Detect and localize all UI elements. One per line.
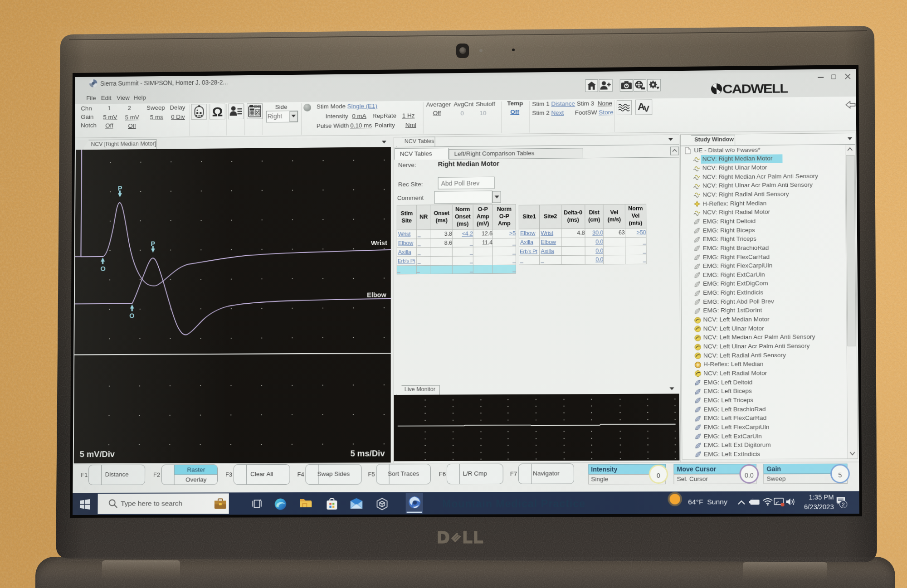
svg-text:Wrist: Wrist <box>371 239 387 247</box>
svg-text:O: O <box>101 265 106 272</box>
svg-text:Elbow: Elbow <box>367 291 387 299</box>
svg-text:P: P <box>151 240 155 247</box>
svg-text:5 ms/Div: 5 ms/Div <box>350 449 385 458</box>
svg-text:O: O <box>129 312 134 319</box>
svg-text:CADWELL: CADWELL <box>722 82 788 97</box>
svg-text:P: P <box>118 185 122 192</box>
svg-text:5 mV/Div: 5 mV/Div <box>80 450 115 459</box>
